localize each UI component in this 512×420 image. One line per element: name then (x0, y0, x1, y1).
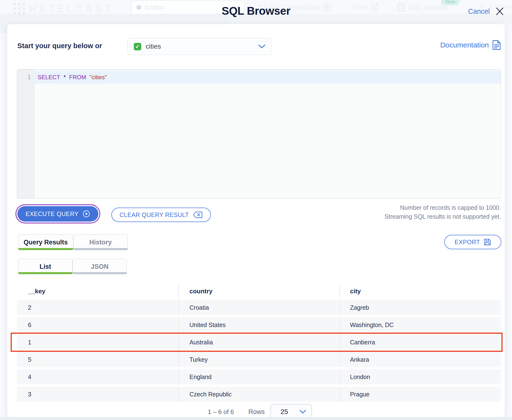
nav-sql-browser: SQL Browser (396, 3, 448, 12)
cell-key: 1 (17, 335, 178, 350)
table-row[interactable]: 2 Croatia Zagreb (17, 300, 501, 315)
cell-city: Prague (339, 387, 501, 402)
tab-query-results[interactable]: Query Results (18, 234, 73, 250)
table-row[interactable]: 5 Turkey Ankara (17, 352, 501, 367)
chevron-down-icon (299, 410, 306, 414)
page-bottom-strip (0, 417, 512, 420)
editor-gutter: 1 (17, 70, 34, 198)
cell-city: Zagreb (339, 300, 501, 315)
table-row[interactable]: 6 United States Washington, DC (17, 317, 501, 332)
cell-key: 4 (17, 369, 178, 384)
results-table: __key country city 2 Croatia Zagreb 6 Un… (17, 284, 501, 402)
cell-country: Turkey (178, 352, 339, 367)
cell-key: 5 (17, 352, 178, 367)
hazelcast-logo-icon (13, 2, 26, 15)
inactive-tab-indicator (73, 272, 127, 274)
database-icon (396, 3, 405, 12)
cell-country: Czech Republic (178, 387, 339, 402)
cell-key: 2 (17, 300, 178, 315)
sql-query-line: SELECT*FROM"cities" (35, 71, 501, 83)
document-icon (492, 40, 501, 50)
hazelcast-brand-text: HAZELCAST (29, 3, 113, 15)
table-row-highlighted[interactable]: 1 Australia Canberra (17, 335, 501, 350)
documentation-label: Documentation (440, 41, 489, 49)
tab-json-label: JSON (91, 263, 109, 270)
tab-query-results-label: Query Results (24, 239, 68, 246)
active-tab-indicator (18, 272, 72, 274)
clear-query-result-button[interactable]: CLEAR QUERY RESULT (111, 208, 211, 222)
tab-history-label: History (89, 239, 112, 246)
map-select-dropdown[interactable]: ✓ cities (127, 38, 272, 55)
cluster-status-icon (136, 5, 141, 10)
cell-country: United States (178, 317, 339, 332)
cancel-button[interactable]: Cancel (468, 8, 490, 15)
sql-string: "cities" (89, 74, 107, 81)
sql-editor[interactable]: 1 SELECT*FROM"cities" (17, 69, 501, 199)
note-line-1: Number of records is capped to 1000. (384, 203, 501, 212)
map-select-value: cities (146, 43, 254, 50)
export-button[interactable]: EXPORT (444, 235, 501, 249)
play-icon (82, 210, 90, 218)
execute-query-label: EXECUTE QUERY (26, 210, 78, 218)
cell-city: Canberra (339, 335, 501, 350)
chevron-down-icon (258, 45, 265, 49)
close-icon[interactable] (495, 6, 505, 16)
sql-keyword: SELECT (38, 74, 60, 81)
nav-sql-browser-label: SQL Browser (408, 4, 448, 11)
cell-country: Australia (178, 335, 339, 350)
editor-code-area: SELECT*FROM"cities" (35, 70, 501, 83)
save-icon (484, 238, 491, 246)
sql-browser-screen: HAZELCAST 5.0 · 24/11/21 · 12:36 london … (0, 0, 512, 420)
column-header-city: city (339, 284, 501, 298)
plus-circle-icon (323, 3, 332, 12)
pagination-bar: 1 – 6 of 6 Rows 25 (208, 404, 312, 417)
cell-city: London (339, 369, 501, 384)
column-header-key: __key (17, 284, 178, 298)
cell-key: 6 (17, 317, 178, 332)
page-title: SQL Browser (222, 4, 290, 17)
nav-docs: Docs (352, 3, 379, 11)
sql-keyword: FROM (69, 74, 86, 81)
cluster-select-value: london (145, 4, 230, 11)
line-number: 1 (17, 71, 34, 83)
new-badge: New (441, 0, 459, 5)
tab-history[interactable]: History (73, 234, 128, 250)
tab-list-view[interactable]: List (18, 259, 73, 274)
clear-query-result-label: CLEAR QUERY RESULT (120, 211, 189, 218)
rows-per-page-select[interactable]: 25 (271, 404, 312, 417)
rows-per-page-label: Rows (248, 408, 265, 416)
cell-key: 3 (17, 387, 178, 402)
cell-city: Washington, DC (339, 317, 501, 332)
execute-query-button-focus-ring: EXECUTE QUERY (16, 204, 100, 224)
sql-operator: * (63, 74, 66, 81)
query-prompt-label: Start your query below or (17, 42, 102, 50)
column-header-country: country (178, 284, 339, 298)
active-tab-indicator (18, 248, 73, 250)
cell-country: England (178, 369, 339, 384)
results-table-header: __key country city (17, 284, 501, 298)
query-limits-note: Number of records is capped to 1000. Str… (384, 203, 501, 221)
rows-per-page-value: 25 (281, 408, 299, 416)
hazelcast-logo: HAZELCAST (13, 2, 113, 15)
tab-list-label: List (39, 263, 51, 270)
inactive-tab-indicator (74, 248, 128, 250)
tab-json-view[interactable]: JSON (73, 259, 127, 274)
table-row[interactable]: 4 England London (17, 369, 501, 384)
export-label: EXPORT (455, 239, 480, 246)
table-row[interactable]: 3 Czech Republic Prague (17, 387, 501, 402)
nav-docs-label: Docs (352, 3, 368, 11)
execute-query-button[interactable]: EXECUTE QUERY (17, 206, 98, 222)
check-icon: ✓ (134, 43, 141, 50)
modal-header-actions: Cancel (468, 6, 505, 16)
cell-country: Croatia (178, 300, 339, 315)
backspace-icon (193, 211, 203, 218)
sql-browser-modal: Start your query below or ✓ cities Docum… (7, 24, 505, 417)
cell-city: Ankara (339, 352, 501, 367)
external-link-icon (371, 3, 379, 11)
page-range-text: 1 – 6 of 6 (208, 408, 234, 416)
note-line-2: Streaming SQL results is not supported y… (384, 212, 501, 221)
documentation-link[interactable]: Documentation (440, 40, 501, 50)
